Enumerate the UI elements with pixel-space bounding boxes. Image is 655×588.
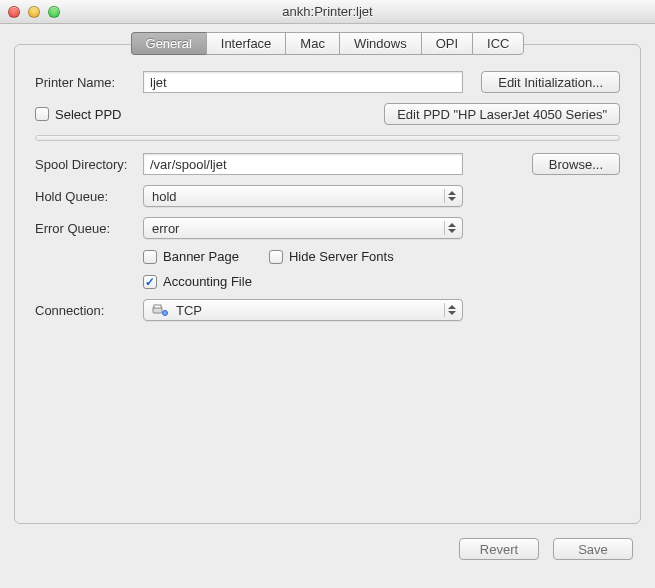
- edit-ppd-button[interactable]: Edit PPD "HP LaserJet 4050 Series": [384, 103, 620, 125]
- error-queue-value: error: [152, 221, 179, 236]
- tab-icc[interactable]: ICC: [472, 32, 524, 55]
- edit-initialization-button[interactable]: Edit Initialization...: [481, 71, 620, 93]
- chevron-updown-icon: [444, 303, 458, 317]
- minimize-icon[interactable]: [28, 6, 40, 18]
- tab-opi[interactable]: OPI: [421, 32, 472, 55]
- general-panel: Printer Name: Edit Initialization... Sel…: [14, 44, 641, 524]
- panel-separator: [35, 135, 620, 141]
- hide-server-fonts-label: Hide Server Fonts: [289, 249, 394, 264]
- svg-rect-1: [154, 305, 161, 308]
- window-controls: [8, 6, 60, 18]
- title-bar: ankh:Printer:ljet: [0, 0, 655, 24]
- printer-name-input[interactable]: [143, 71, 463, 93]
- banner-page-checkbox[interactable]: [143, 250, 157, 264]
- svg-point-2: [163, 311, 168, 316]
- revert-button[interactable]: Revert: [459, 538, 539, 560]
- accounting-file-checkbox[interactable]: [143, 275, 157, 289]
- close-icon[interactable]: [8, 6, 20, 18]
- window-title: ankh:Printer:ljet: [0, 4, 655, 19]
- hold-queue-label: Hold Queue:: [35, 189, 143, 204]
- bottom-button-bar: Revert Save: [0, 524, 655, 560]
- printer-network-icon: [152, 303, 168, 317]
- select-ppd-checkbox[interactable]: [35, 107, 49, 121]
- accounting-file-label: Accounting File: [163, 274, 252, 289]
- printer-name-label: Printer Name:: [35, 75, 143, 90]
- error-queue-popup[interactable]: error: [143, 217, 463, 239]
- connection-value: TCP: [176, 303, 202, 318]
- select-ppd-label: Select PPD: [55, 107, 121, 122]
- tab-bar: General Interface Mac Windows OPI ICC: [0, 32, 655, 55]
- hide-server-fonts-checkbox[interactable]: [269, 250, 283, 264]
- tab-windows[interactable]: Windows: [339, 32, 421, 55]
- tab-mac[interactable]: Mac: [285, 32, 339, 55]
- tab-interface[interactable]: Interface: [206, 32, 286, 55]
- spool-directory-input[interactable]: [143, 153, 463, 175]
- chevron-updown-icon: [444, 221, 458, 235]
- connection-label: Connection:: [35, 303, 143, 318]
- banner-page-label: Banner Page: [163, 249, 239, 264]
- spool-directory-label: Spool Directory:: [35, 157, 143, 172]
- error-queue-label: Error Queue:: [35, 221, 143, 236]
- browse-button[interactable]: Browse...: [532, 153, 620, 175]
- zoom-icon[interactable]: [48, 6, 60, 18]
- hold-queue-value: hold: [152, 189, 177, 204]
- hold-queue-popup[interactable]: hold: [143, 185, 463, 207]
- save-button[interactable]: Save: [553, 538, 633, 560]
- connection-popup[interactable]: TCP: [143, 299, 463, 321]
- chevron-updown-icon: [444, 189, 458, 203]
- tab-general[interactable]: General: [131, 32, 206, 55]
